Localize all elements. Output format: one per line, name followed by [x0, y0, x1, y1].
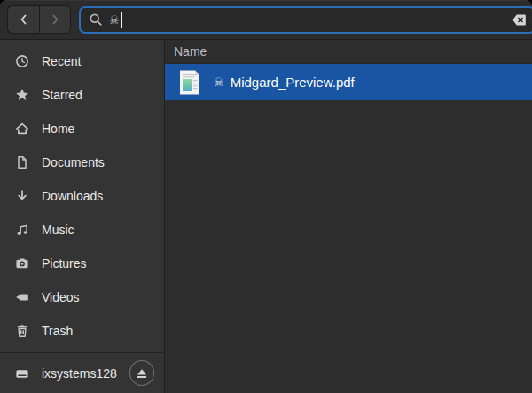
- sidebar-item-label: Starred: [42, 88, 82, 102]
- sidebar-item-recent[interactable]: Recent: [0, 44, 164, 78]
- device-label: ixsystems128: [42, 366, 117, 381]
- sidebar-item-label: Recent: [42, 54, 81, 68]
- window-content: Recent Starred Home Documents: [0, 40, 532, 393]
- download-icon: [15, 189, 29, 203]
- video-icon: [15, 290, 29, 304]
- pdf-document-icon: [176, 68, 204, 97]
- sidebar-item-trash[interactable]: Trash: [0, 314, 164, 348]
- clock-icon: [15, 54, 29, 68]
- trash-icon: [15, 324, 29, 338]
- navigation-buttons: [7, 5, 71, 34]
- camera-icon: [15, 256, 29, 271]
- clear-search-icon[interactable]: [512, 13, 527, 27]
- document-icon: [15, 155, 29, 169]
- sidebar-item-music[interactable]: Music: [0, 213, 164, 247]
- file-chooser-window: ☠ Recent Starred: [0, 0, 532, 393]
- chevron-left-icon: [17, 12, 31, 27]
- drive-icon: [15, 366, 29, 381]
- eject-button[interactable]: [129, 360, 154, 386]
- file-row-midgard-preview[interactable]: ☠ Midgard_Preview.pdf: [165, 64, 532, 100]
- sidebar-item-label: Documents: [42, 155, 105, 169]
- eject-icon: [135, 366, 149, 381]
- skull-glyph: ☠: [214, 75, 224, 89]
- sidebar-item-videos[interactable]: Videos: [0, 280, 164, 314]
- headerbar: ☠: [0, 0, 532, 40]
- file-name-text: Midgard_Preview.pdf: [231, 75, 355, 90]
- file-name: ☠ Midgard_Preview.pdf: [214, 75, 355, 90]
- sidebar-item-label: Trash: [42, 324, 73, 338]
- search-input[interactable]: ☠: [79, 6, 532, 34]
- star-icon: [15, 88, 29, 102]
- music-icon: [15, 223, 29, 237]
- back-button[interactable]: [7, 5, 39, 34]
- text-caret: [121, 12, 122, 28]
- sidebar-item-pictures[interactable]: Pictures: [0, 247, 164, 280]
- sidebar-item-device-ixsystems128[interactable]: ixsystems128: [0, 353, 164, 393]
- sidebar-item-home[interactable]: Home: [0, 112, 164, 145]
- sidebar-item-starred[interactable]: Starred: [0, 78, 164, 112]
- sidebar-item-label: Pictures: [42, 256, 87, 271]
- sidebar-item-label: Videos: [42, 290, 80, 304]
- sidebar-item-downloads[interactable]: Downloads: [0, 179, 164, 213]
- sidebar-item-label: Music: [42, 223, 74, 237]
- sidebar-item-label: Home: [42, 122, 74, 136]
- sidebar-item-label: Downloads: [42, 189, 103, 203]
- column-header-name[interactable]: Name: [165, 40, 532, 64]
- search-icon: [89, 12, 103, 27]
- sidebar: Recent Starred Home Documents: [0, 40, 165, 393]
- sidebar-item-documents[interactable]: Documents: [0, 145, 164, 179]
- file-list-pane: Name: [165, 40, 532, 393]
- search-query-text: ☠: [109, 13, 120, 27]
- forward-button[interactable]: [39, 5, 71, 34]
- chevron-right-icon: [48, 12, 62, 27]
- home-icon: [15, 122, 29, 136]
